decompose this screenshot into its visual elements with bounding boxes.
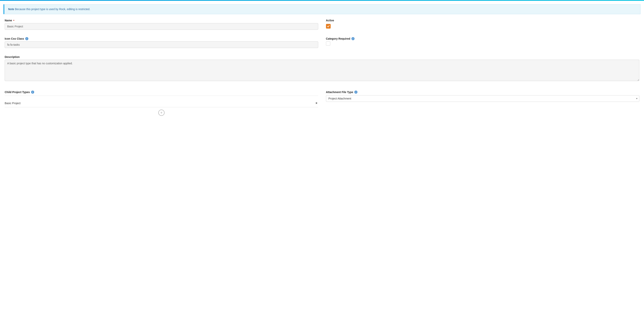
child-item-name: Basic Project: [5, 102, 20, 105]
icon-category-row: Icon Css Class i Category Required i: [5, 37, 639, 52]
add-child-button[interactable]: +: [158, 110, 164, 116]
note-text: Because this project type is used by Roc…: [14, 8, 90, 11]
add-child-row: +: [5, 107, 318, 118]
active-col: Active: [326, 19, 640, 33]
description-group: Description A basic project type that ha…: [5, 56, 639, 82]
attachment-file-type-label: Attachment File Type: [326, 90, 353, 94]
description-textarea[interactable]: A basic project type that has no customi…: [5, 60, 639, 81]
icon-col: Icon Css Class i: [5, 37, 318, 52]
form-container: Name • Active: [0, 14, 644, 90]
child-project-types-label: Child Project Types: [5, 90, 30, 94]
attachment-file-type-select[interactable]: Project Attachment: [326, 95, 640, 102]
top-bar: [0, 0, 644, 1]
child-project-types-section: Child Project Types i Basic Project × +: [5, 90, 318, 118]
description-label-row: Description: [5, 56, 639, 58]
name-active-row: Name • Active: [5, 19, 639, 33]
icon-css-info-icon[interactable]: i: [25, 37, 28, 40]
active-checkbox[interactable]: [326, 24, 331, 28]
name-col: Name •: [5, 19, 318, 33]
remove-child-button[interactable]: ×: [315, 101, 318, 105]
bottom-section: Child Project Types i Basic Project × + …: [0, 90, 644, 118]
attachment-file-type-info-icon[interactable]: i: [354, 90, 358, 94]
icon-css-input[interactable]: [5, 42, 318, 48]
name-label: Name: [5, 19, 12, 22]
attachment-select-wrapper: Project Attachment ▾: [326, 95, 640, 102]
child-item: Basic Project ×: [5, 99, 318, 107]
category-required-label-row: Category Required i: [326, 37, 640, 40]
icon-group: Icon Css Class i: [5, 37, 318, 48]
category-required-col: Category Required i: [326, 37, 640, 52]
category-required-info-icon[interactable]: i: [352, 37, 354, 40]
child-project-types-info-icon[interactable]: i: [31, 90, 34, 94]
attachment-file-type-section: Attachment File Type i Project Attachmen…: [326, 90, 640, 118]
name-group: Name •: [5, 19, 318, 30]
category-required-label: Category Required: [326, 37, 350, 40]
active-label: Active: [326, 19, 334, 22]
icon-label-row: Icon Css Class i: [5, 37, 318, 40]
note-banner: Note Because this project type is used b…: [4, 4, 640, 14]
icon-css-label: Icon Css Class: [5, 37, 24, 40]
attachment-file-type-header: Attachment File Type i: [326, 90, 640, 94]
active-group: Active: [326, 19, 640, 28]
category-required-checkbox[interactable]: [326, 42, 330, 46]
name-label-row: Name •: [5, 19, 318, 22]
active-label-row: Active: [326, 19, 640, 22]
name-input[interactable]: [5, 23, 318, 30]
note-label: Note: [8, 8, 14, 11]
description-label: Description: [5, 56, 20, 58]
checkmark-icon: [327, 25, 330, 28]
child-project-types-header: Child Project Types i: [5, 90, 318, 94]
category-required-group: Category Required i: [326, 37, 640, 46]
child-types-divider: [5, 96, 318, 96]
name-required-dot: •: [13, 19, 14, 22]
